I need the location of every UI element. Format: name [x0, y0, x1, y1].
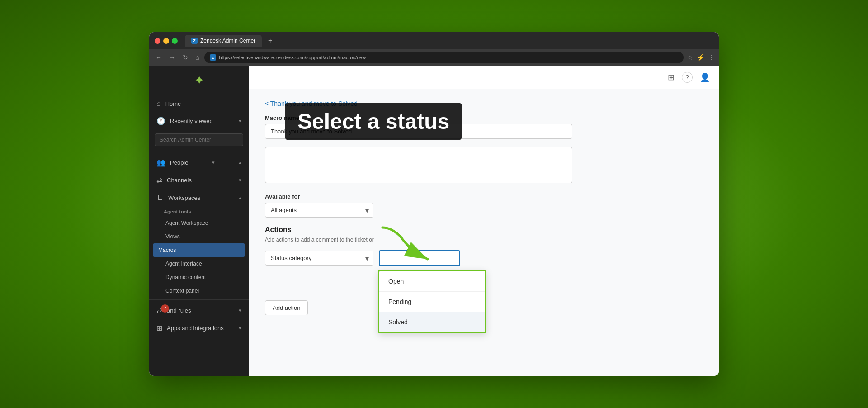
status-option-solved[interactable]: Solved	[379, 312, 485, 332]
description-textarea[interactable]	[265, 147, 572, 183]
agent-workspace-label: Agent Workspace	[165, 220, 208, 226]
description-group	[265, 147, 703, 185]
macros-label: Macros	[158, 247, 176, 253]
available-for-select-wrapper: All agents	[265, 203, 373, 218]
available-for-label: Available for	[265, 193, 703, 200]
help-icon[interactable]: ?	[682, 72, 693, 83]
sidebar-workspaces-label: Workspaces	[168, 195, 200, 201]
tab-label: Zendesk Admin Center	[200, 38, 255, 44]
sidebar-item-agent-interface[interactable]: Agent interface	[149, 257, 249, 270]
maximize-button[interactable]	[172, 38, 178, 44]
actions-row: Status category Open Pending	[265, 250, 703, 266]
chevron-down-icon-people: ▾	[212, 160, 215, 166]
browser-window: Z Zendesk Admin Center + ← → ↻ ⌂ Z https…	[149, 32, 719, 376]
open-option-label: Open	[388, 278, 404, 285]
sidebar-agent-tools-header: Agent tools	[149, 206, 249, 216]
bookmark-icon[interactable]: ☆	[687, 54, 693, 61]
overlay-container: Select a status	[285, 103, 462, 140]
app-layout: ✦ ⌂ Home 🕐 Recently viewed ▾ 👥 People ▾ …	[149, 66, 719, 376]
browser-tab[interactable]: Z Zendesk Admin Center	[185, 35, 262, 47]
grid-icon[interactable]: ⊞	[668, 72, 675, 82]
notification-badge: 7	[161, 304, 169, 313]
add-action-button[interactable]: Add action	[265, 300, 308, 315]
sidebar-apps-label: Apps and integrations	[167, 325, 224, 332]
browser-menu-icon[interactable]: ⋮	[708, 54, 714, 61]
extensions-icon[interactable]: ⚡	[697, 54, 704, 61]
refresh-button[interactable]: ↻	[181, 53, 190, 62]
zendesk-logo: ✦	[149, 66, 249, 95]
sidebar-item-apps-integrations[interactable]: ⊞ Apps and integrations ▾	[149, 319, 249, 337]
channels-icon: ⇄	[156, 176, 162, 185]
available-for-select[interactable]: All agents	[265, 203, 373, 218]
status-category-select-wrapper: Status category	[265, 251, 373, 266]
sidebar-home-label: Home	[165, 100, 181, 107]
content-area: ⊞ ? 👤 Select a status < Thank you and mo…	[249, 66, 719, 376]
home-button[interactable]: ⌂	[193, 53, 201, 62]
browser-nav-right: ☆ ⚡ ⋮	[687, 54, 714, 61]
minimize-button[interactable]	[163, 38, 169, 44]
clock-icon: 🕐	[156, 117, 165, 125]
home-icon: ⌂	[156, 100, 161, 108]
sidebar-divider-2	[149, 299, 249, 300]
traffic-lights	[155, 38, 178, 44]
pending-option-label: Pending	[388, 298, 411, 305]
chevron-down-icon-apps: ▾	[239, 325, 241, 331]
people-icon: 👥	[156, 158, 165, 167]
actions-desc: Add actions to add a comment to the tick…	[265, 237, 703, 243]
sidebar-people-label: People	[170, 159, 188, 166]
sidebar-item-views[interactable]: Views	[149, 230, 249, 243]
sidebar-objects-rules-label: and rules	[167, 307, 191, 314]
content-topbar: ⊞ ? 👤	[249, 66, 719, 89]
url-text: https://selectivehardware.zendesk.com/su…	[219, 55, 366, 60]
tab-favicon: Z	[191, 38, 198, 44]
logo-icon: ✦	[194, 73, 204, 88]
status-option-open[interactable]: Open	[379, 271, 485, 292]
sidebar-divider-1	[149, 152, 249, 152]
status-option-pending[interactable]: Pending	[379, 292, 485, 312]
sidebar-agent-tools-section: Agent tools Agent Workspace Views Macros…	[149, 206, 249, 298]
search-input[interactable]	[155, 133, 243, 146]
sidebar-recently-viewed-label: Recently viewed	[170, 118, 213, 124]
agent-tools-label: Agent tools	[164, 209, 191, 214]
dynamic-content-label: Dynamic content	[165, 274, 206, 280]
address-bar-row: ← → ↻ ⌂ Z https://selectivehardware.zend…	[149, 49, 719, 66]
forward-button[interactable]: →	[167, 53, 177, 62]
context-panel-label: Context panel	[165, 288, 199, 294]
status-dropdown: Open Pending Solved	[378, 270, 486, 333]
sidebar-search-container	[149, 130, 249, 150]
sidebar-item-dynamic-content[interactable]: Dynamic content	[149, 270, 249, 284]
address-bar[interactable]: Z https://selectivehardware.zendesk.com/…	[204, 52, 684, 63]
actions-title: Actions	[265, 226, 703, 234]
chevron-down-icon-objects: ▾	[239, 308, 241, 313]
sidebar-item-people[interactable]: 👥 People ▾ ▴	[149, 154, 249, 171]
sidebar-channels-label: Channels	[167, 177, 192, 184]
apps-icon: ⊞	[156, 324, 162, 332]
sidebar-item-home[interactable]: ⌂ Home	[149, 95, 249, 112]
back-button[interactable]: ←	[154, 53, 164, 62]
main-content: Select a status < Thank you and move to …	[249, 89, 719, 376]
new-tab-button[interactable]: +	[268, 37, 272, 45]
agent-interface-label: Agent interface	[165, 261, 202, 267]
sidebar: ✦ ⌂ Home 🕐 Recently viewed ▾ 👥 People ▾ …	[149, 66, 249, 376]
views-label: Views	[165, 233, 180, 240]
solved-option-label: Solved	[388, 318, 408, 326]
sidebar-item-recently-viewed[interactable]: 🕐 Recently viewed ▾	[149, 112, 249, 130]
browser-chrome: Z Zendesk Admin Center +	[149, 32, 719, 49]
chevron-down-icon-channels: ▾	[239, 177, 241, 183]
site-favicon: Z	[210, 54, 216, 61]
green-arrow-icon	[364, 223, 446, 273]
chevron-up-icon-workspaces: ▴	[239, 195, 241, 201]
sidebar-item-macros[interactable]: Macros	[153, 243, 245, 257]
select-status-label: Select a status	[285, 103, 462, 140]
sidebar-item-agent-workspace[interactable]: Agent Workspace	[149, 216, 249, 230]
sidebar-item-workspaces[interactable]: 🖥 Workspaces ▴	[149, 189, 249, 206]
sidebar-item-channels[interactable]: ⇄ Channels ▾	[149, 171, 249, 189]
close-button[interactable]	[155, 38, 160, 44]
workspaces-icon: 🖥	[156, 194, 164, 202]
sidebar-item-context-panel[interactable]: Context panel	[149, 284, 249, 298]
status-category-select[interactable]: Status category	[265, 251, 373, 266]
actions-section: Actions Add actions to add a comment to …	[265, 226, 703, 315]
chevron-down-icon: ▾	[239, 118, 241, 124]
sidebar-item-objects-rules[interactable]: ⇄ and rules 7 ▾	[149, 302, 249, 319]
user-avatar-icon[interactable]: 👤	[700, 72, 710, 82]
